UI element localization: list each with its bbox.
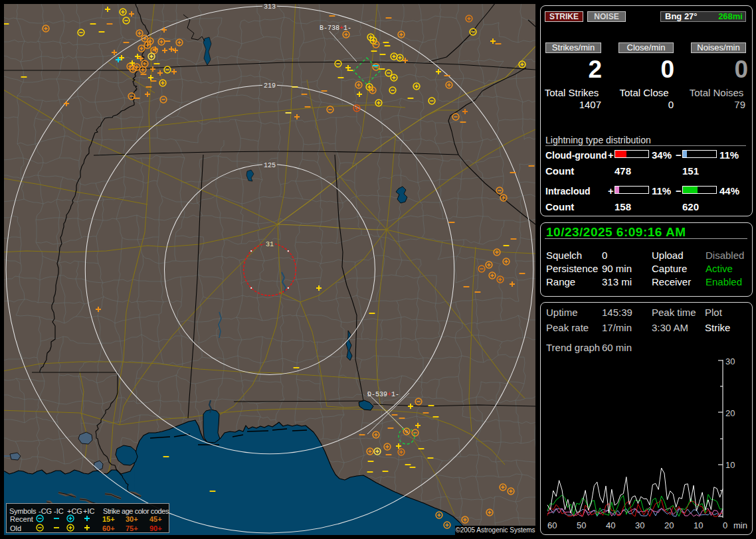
svg-text:31: 31	[266, 241, 274, 248]
svg-text:219: 219	[264, 82, 276, 90]
svg-text:313: 313	[264, 4, 276, 11]
svg-text:B-738+1-: B-738+1-	[320, 25, 351, 32]
svg-text:D-539+1-: D-539+1-	[367, 391, 399, 398]
svg-text:125: 125	[264, 162, 276, 169]
